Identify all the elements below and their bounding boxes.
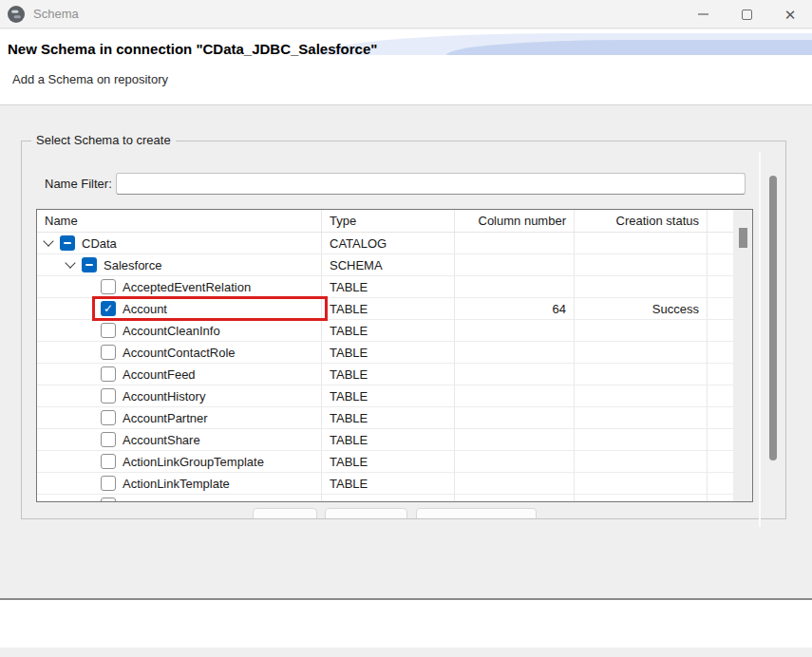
chevron-down-icon[interactable] [65, 257, 75, 268]
schema-app-icon [8, 6, 25, 23]
window-title: Schema [33, 7, 79, 21]
row-label: ActionLinkGroupTemplate [123, 455, 264, 469]
dialog-scrollbar-thumb[interactable] [769, 176, 777, 460]
table-row[interactable]: AccountShareTABLE [37, 429, 752, 451]
creation-status-cell: Success [575, 298, 708, 319]
row-label: ActionLinkTemplate [123, 477, 230, 491]
checkbox-unchecked[interactable] [101, 454, 116, 469]
column-header-column-number[interactable]: Column number [455, 210, 575, 232]
column-header-name[interactable]: Name [37, 210, 322, 232]
row-label: AcceptedEventRelation [123, 280, 251, 294]
creation-status-cell [575, 276, 708, 297]
row-label: ActiveFeatureLicenseMetric [123, 498, 274, 502]
creation-status-cell [575, 451, 708, 472]
type-cell: TABLE [322, 298, 455, 319]
title-bar: Schema ✕ [0, 0, 812, 28]
column-number-cell: 64 [455, 298, 575, 319]
checkbox-checked[interactable] [101, 301, 116, 316]
name-cell: ActionLinkGroupTemplate [37, 451, 322, 472]
chevron-down-icon[interactable] [43, 235, 53, 246]
row-label: AccountPartner [123, 411, 208, 425]
name-cell: ActionLinkTemplate [37, 473, 322, 494]
column-number-cell [455, 451, 575, 472]
maximize-icon [742, 9, 752, 20]
table-body: CDataCATALOGSalesforceSCHEMAAcceptedEven… [37, 233, 752, 501]
row-label: AccountCleanInfo [123, 324, 220, 338]
type-cell: TABLE [322, 320, 455, 341]
creation-status-cell [575, 254, 708, 275]
checkbox-unchecked[interactable] [101, 432, 116, 447]
clipped-button-1[interactable] [253, 508, 317, 519]
close-button[interactable]: ✕ [768, 0, 812, 28]
table-row[interactable]: AccountContactRoleTABLE [37, 342, 752, 364]
column-number-cell [455, 254, 575, 275]
column-header-type[interactable]: Type [322, 210, 455, 232]
table-row[interactable]: AccountPartnerTABLE [37, 407, 752, 429]
maximize-button[interactable] [725, 0, 768, 28]
schema-dialog-window: Schema ✕ New Schema in connection "CData… [0, 0, 812, 657]
checkbox-indeterminate[interactable] [82, 257, 97, 272]
schema-tree-table: NameTypeColumn numberCreation status CDa… [36, 209, 753, 502]
checkbox-unchecked[interactable] [101, 323, 116, 338]
checkbox-unchecked[interactable] [101, 345, 116, 360]
type-cell: CATALOG [322, 233, 455, 253]
clipped-button-2[interactable] [325, 508, 407, 519]
name-cell: AccountShare [37, 429, 322, 450]
type-cell: TABLE [322, 451, 455, 472]
name-filter-input[interactable] [116, 173, 746, 195]
name-cell: AccountCleanInfo [37, 320, 322, 341]
row-label: AccountHistory [123, 389, 205, 404]
name-cell: Account [37, 298, 322, 319]
table-row[interactable]: AccountFeedTABLE [37, 364, 752, 385]
table-row[interactable]: AccountTABLE64Success [37, 298, 752, 320]
close-icon: ✕ [784, 8, 797, 22]
minimize-button[interactable] [681, 0, 725, 28]
type-cell: TABLE [322, 407, 455, 428]
clipped-button-3[interactable] [416, 508, 537, 519]
creation-status-cell [575, 407, 708, 428]
table-header-row: NameTypeColumn numberCreation status [37, 210, 752, 233]
checkbox-unchecked[interactable] [101, 476, 116, 491]
creation-status-cell [575, 320, 708, 341]
row-label: Account [123, 302, 167, 316]
type-cell: TABLE [322, 429, 455, 450]
creation-status-cell [575, 473, 708, 494]
table-row[interactable]: ActiveFeatureLicenseMetricTABLE [37, 495, 752, 501]
row-label: Salesforce [104, 258, 161, 272]
name-cell: AccountPartner [37, 407, 322, 428]
column-number-cell [455, 276, 575, 297]
type-cell: TABLE [322, 276, 455, 297]
type-cell: TABLE [322, 342, 455, 363]
column-number-cell [455, 233, 575, 253]
footer-bar: < Back Next > Finish Cancel [0, 600, 812, 648]
group-legend: Select Schema to create [31, 133, 176, 147]
checkbox-unchecked[interactable] [101, 279, 116, 294]
creation-status-cell [575, 342, 708, 363]
table-scrollbar[interactable] [733, 210, 752, 501]
table-row[interactable]: ActionLinkGroupTemplateTABLE [37, 451, 752, 473]
name-cell: AcceptedEventRelation [37, 276, 322, 297]
table-row[interactable]: ActionLinkTemplateTABLE [37, 473, 752, 495]
checkbox-unchecked[interactable] [101, 410, 116, 425]
creation-status-cell [575, 495, 708, 501]
column-number-cell [455, 407, 575, 428]
table-row[interactable]: SalesforceSCHEMA [37, 254, 752, 276]
checkbox-unchecked[interactable] [101, 497, 116, 501]
wizard-banner: New Schema in connection "CData_JDBC_Sal… [0, 29, 812, 105]
checkbox-unchecked[interactable] [101, 388, 116, 404]
column-header-creation-status[interactable]: Creation status [575, 210, 708, 232]
name-cell: ActiveFeatureLicenseMetric [37, 495, 322, 501]
checkbox-unchecked[interactable] [101, 366, 116, 382]
minimize-icon [698, 13, 708, 15]
column-number-cell [455, 342, 575, 363]
scroll-gutter-divider [759, 152, 761, 527]
window-controls: ✕ [681, 0, 812, 28]
checkbox-indeterminate[interactable] [60, 235, 75, 251]
table-row[interactable]: AcceptedEventRelationTABLE [37, 276, 752, 298]
name-filter-label: Name Filter: [45, 173, 112, 195]
table-row[interactable]: AccountHistoryTABLE [37, 385, 752, 407]
table-row[interactable]: AccountCleanInfoTABLE [37, 320, 752, 342]
column-number-cell [455, 364, 575, 385]
table-row[interactable]: CDataCATALOG [37, 233, 752, 254]
table-scrollbar-thumb[interactable] [739, 228, 747, 248]
